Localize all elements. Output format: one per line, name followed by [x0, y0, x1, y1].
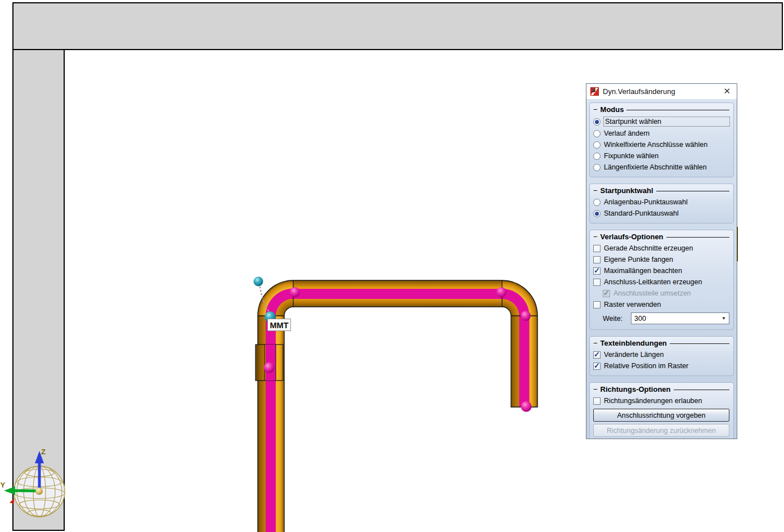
- section-rule: [626, 110, 729, 110]
- radio-standard-punktauswahl[interactable]: Standard-Punktauswahl: [593, 208, 729, 219]
- dialog-title: Dyn.Verlaufsänderung: [603, 87, 717, 96]
- collapse-icon[interactable]: −: [593, 188, 598, 194]
- radio-indicator: [593, 141, 601, 149]
- pipe-point-handle[interactable]: [521, 401, 532, 412]
- section-title: Texteinblendungen: [601, 339, 667, 347]
- radio-label: Verlauf ändern: [604, 129, 649, 137]
- section-rule: [674, 390, 729, 390]
- checkbox-label: Richtungsänderungen erlauben: [604, 397, 702, 405]
- weite-label: Weite:: [603, 315, 626, 323]
- dialog-body: − Modus Startpunkt wählen Verlauf ändern…: [586, 99, 737, 439]
- checkbox-label: Raster verwenden: [604, 301, 661, 309]
- axis-x-hint: [10, 499, 14, 504]
- checkbox-label: Gerade Abschnitte erzeugen: [604, 244, 693, 252]
- pipe-point-handle[interactable]: [496, 287, 507, 297]
- weite-combobox[interactable]: 300 ▼: [631, 312, 729, 324]
- collapse-icon[interactable]: −: [593, 387, 598, 392]
- collapse-icon[interactable]: −: [593, 234, 598, 240]
- pipe-point-handle[interactable]: [521, 311, 531, 321]
- checkbox-indicator: ✓: [593, 363, 601, 370]
- section-richtungs-optionen: − Richtungs-Optionen Richtungsänderungen…: [589, 382, 734, 439]
- radio-label: Längenfixierte Abschnitte wählen: [604, 163, 707, 171]
- radio-fixpunkte-waehlen[interactable]: Fixpunkte wählen: [593, 150, 729, 162]
- radio-winkelfixierte-anschluesse[interactable]: Winkelfixierte Anschlüsse wählen: [593, 139, 729, 150]
- checkbox-indicator: [593, 245, 601, 252]
- radio-label: Anlagenbau-Punktauswahl: [604, 198, 688, 206]
- checkbox-label: Eigene Punkte fangen: [604, 256, 673, 263]
- radio-anlagenbau-punktauswahl[interactable]: Anlagenbau-Punktauswahl: [593, 196, 729, 208]
- checkbox-raster-verwenden[interactable]: Raster verwenden: [593, 299, 729, 310]
- radio-indicator: [593, 164, 601, 171]
- radio-laengenfixierte-abschnitte[interactable]: Längenfixierte Abschnitte wählen: [593, 162, 729, 173]
- checkbox-indicator: ✓: [593, 267, 601, 275]
- check-icon: ✓: [603, 289, 610, 297]
- collapse-icon[interactable]: −: [593, 107, 598, 113]
- orientation-globe[interactable]: Z Y: [1, 448, 65, 517]
- pipe-outline: [258, 280, 537, 532]
- mmt-label-text: MMT: [270, 321, 288, 330]
- checkbox-anschlussteile-umsetzen: ✓ Anschlussteile umsetzen: [603, 288, 729, 299]
- axis-y-label: Y: [1, 481, 6, 489]
- section-texteinblendungen: − Texteinblendungen ✓ Veränderte Längen …: [589, 336, 734, 376]
- section-rule: [670, 343, 729, 344]
- pipe-point-handle[interactable]: [264, 363, 275, 373]
- weite-value: 300: [634, 315, 722, 323]
- radio-startpunkt-waehlen[interactable]: Startpunkt wählen: [593, 115, 729, 128]
- axis-z-label: Z: [41, 448, 46, 456]
- dyn-verlaufsaenderung-dialog: Dyn.Verlaufsänderung ✕ − Modus Startpunk…: [586, 83, 737, 439]
- guide-stripe-top: [293, 289, 502, 299]
- start-point-handle[interactable]: [254, 277, 263, 287]
- pipe-assembly[interactable]: [254, 277, 538, 532]
- section-verlaufs-optionen: − Verlaufs-Optionen Gerade Abschnitte er…: [589, 230, 734, 330]
- mmt-label: MMT: [268, 319, 291, 331]
- close-icon[interactable]: ✕: [721, 87, 733, 96]
- radio-indicator: [593, 199, 601, 206]
- check-icon: ✓: [594, 361, 600, 370]
- checkbox-anschluss-leitkanten[interactable]: Anschluss-Leitkanten erzeugen: [593, 276, 729, 288]
- section-rule: [656, 191, 730, 191]
- section-modus: − Modus Startpunkt wählen Verlauf ändern…: [589, 102, 734, 177]
- radio-indicator: [593, 118, 601, 126]
- pipe-point-handle[interactable]: [290, 287, 300, 297]
- guide-stripe-right: [519, 316, 530, 407]
- checkbox-indicator: ✓: [593, 351, 601, 359]
- radio-indicator: [593, 153, 601, 160]
- check-icon: ✓: [594, 350, 600, 359]
- checkbox-label: Veränderte Längen: [604, 351, 664, 359]
- chevron-down-icon[interactable]: ▼: [722, 316, 726, 321]
- collapse-icon[interactable]: −: [593, 341, 598, 346]
- radio-verlauf-aendern[interactable]: Verlauf ändern: [593, 128, 729, 139]
- checkbox-label: Anschlussteile umsetzen: [613, 289, 691, 297]
- check-icon: ✓: [594, 266, 600, 275]
- globe-center-ball: [35, 488, 43, 495]
- radio-label: Winkelfixierte Anschlüsse wählen: [604, 141, 707, 149]
- checkbox-relative-position[interactable]: ✓ Relative Position im Raster: [593, 360, 729, 372]
- checkbox-veraenderte-laengen[interactable]: ✓ Veränderte Längen: [593, 349, 729, 360]
- dialog-titlebar[interactable]: Dyn.Verlaufsänderung ✕: [586, 84, 737, 99]
- radio-label: Standard-Punktauswahl: [604, 209, 679, 217]
- checkbox-label: Anschluss-Leitkanten erzeugen: [604, 278, 702, 286]
- checkbox-maximallaengen-beachten[interactable]: ✓ Maximallängen beachten: [593, 265, 729, 276]
- section-rule: [666, 237, 729, 238]
- anschlussrichtung-vorgeben-button[interactable]: Anschlussrichtung vorgeben: [593, 409, 729, 422]
- checkbox-gerade-abschnitte[interactable]: Gerade Abschnitte erzeugen: [593, 243, 729, 254]
- checkbox-indicator: ✓: [603, 290, 610, 297]
- section-title: Richtungs-Optionen: [601, 385, 671, 394]
- checkbox-indicator: [593, 397, 601, 405]
- application-window: MMT Z: [0, 0, 784, 532]
- checkbox-label: Maximallängen beachten: [604, 267, 682, 275]
- radio-indicator: [593, 210, 601, 217]
- radio-label: Fixpunkte wählen: [604, 152, 658, 160]
- checkbox-indicator: [593, 301, 601, 309]
- checkbox-indicator: [593, 279, 601, 286]
- richtungsaenderung-zuruecknehmen-button: Richtungsänderung zurücknehmen: [593, 424, 729, 437]
- checkbox-label: Relative Position im Raster: [604, 362, 688, 370]
- pipe-silhouette: [258, 280, 537, 532]
- section-title: Verlaufs-Optionen: [601, 233, 664, 241]
- checkbox-eigene-punkte-fangen[interactable]: Eigene Punkte fangen: [593, 254, 729, 265]
- section-title: Modus: [601, 105, 624, 114]
- dialog-app-icon: [590, 87, 599, 96]
- checkbox-richtungsaenderungen-erlauben[interactable]: Richtungsänderungen erlauben: [593, 395, 729, 406]
- section-title: Startpunktwahl: [601, 186, 653, 195]
- checkbox-indicator: [593, 256, 601, 263]
